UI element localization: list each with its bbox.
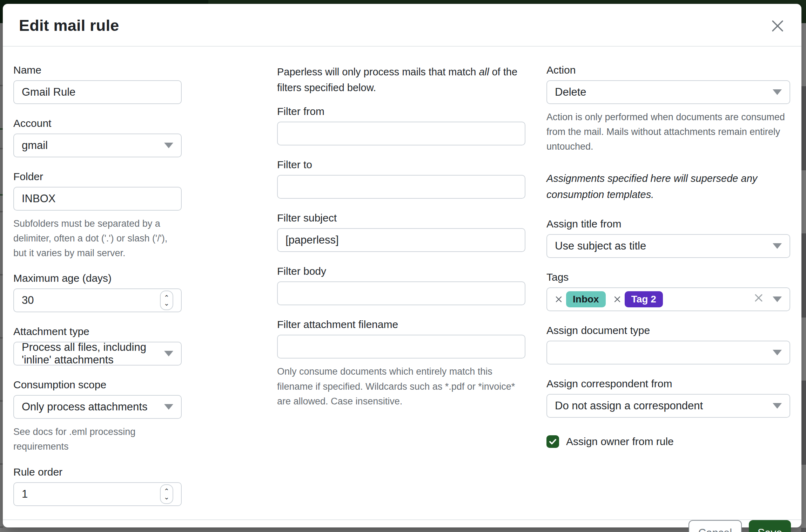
field-doc-type: Assign document type — [546, 325, 790, 364]
filter-to-input[interactable] — [277, 175, 525, 199]
filters-intro-text: Paperless will only process mails that m… — [277, 64, 525, 96]
backdrop-page-right-edge — [801, 23, 806, 532]
number-stepper-icon[interactable]: ⌃⌄ — [160, 291, 173, 310]
filter-from-input[interactable] — [277, 122, 525, 145]
filter-body-label: Filter body — [277, 265, 525, 277]
correspondent-selected-value: Do not assign a correspondent — [555, 400, 703, 412]
tags-label: Tags — [546, 271, 790, 283]
dialog-footer: Cancel Save — [3, 519, 801, 532]
chevron-down-icon — [773, 89, 782, 95]
filter-subject-label: Filter subject — [277, 212, 525, 224]
chevron-down-icon — [773, 243, 782, 249]
filter-filename-help-text: Only consume documents which entirely ma… — [277, 364, 525, 408]
account-selected-value: gmail — [22, 139, 48, 152]
doc-type-select[interactable] — [546, 341, 790, 364]
save-button[interactable]: Save — [749, 520, 791, 532]
assign-title-select[interactable]: Use subject as title — [546, 234, 790, 258]
action-label: Action — [546, 64, 790, 76]
attachment-type-select[interactable]: Process all files, including 'inline' at… — [13, 342, 182, 366]
filter-filename-label: Filter attachment filename — [277, 319, 525, 330]
consumption-scope-selected-value: Only process attachments — [22, 401, 147, 413]
edit-mail-rule-dialog: Edit mail rule Name Account gmail Folder — [3, 4, 801, 527]
chevron-down-icon — [164, 143, 173, 148]
field-account: Account gmail — [13, 117, 182, 157]
filter-to-label: Filter to — [277, 159, 525, 171]
assignments-note: Assignments specified here will supersed… — [546, 171, 790, 202]
field-action: Action Delete Action is only performed w… — [546, 64, 790, 154]
field-filter-body: Filter body — [277, 265, 525, 305]
account-select[interactable]: gmail — [13, 134, 182, 157]
column-general: Name Account gmail Folder Subfolders mus… — [13, 64, 182, 519]
consumption-scope-select[interactable]: Only process attachments — [13, 395, 182, 419]
chevron-down-icon — [164, 404, 173, 410]
field-attachment-type: Attachment type Process all files, inclu… — [13, 326, 182, 366]
filter-filename-input[interactable] — [277, 335, 525, 359]
consumption-scope-label: Consumption scope — [13, 379, 182, 391]
attachment-type-label: Attachment type — [13, 326, 182, 337]
name-input[interactable] — [13, 80, 182, 104]
filter-body-input[interactable] — [277, 281, 525, 305]
tags-multiselect[interactable]: Inbox Tag 2 — [546, 287, 790, 311]
correspondent-label: Assign correspondent from — [546, 378, 790, 390]
max-age-label: Maximum age (days) — [13, 272, 182, 284]
column-filters: Paperless will only process mails that m… — [277, 64, 525, 421]
field-filter-filename: Filter attachment filename Only consume … — [277, 319, 525, 408]
folder-label: Folder — [13, 171, 182, 183]
attachment-type-selected-value: Process all files, including 'inline' at… — [22, 341, 164, 366]
tag-badge-inbox: Inbox — [566, 291, 606, 307]
assign-owner-label: Assign owner from rule — [566, 436, 674, 448]
name-label: Name — [13, 64, 182, 76]
field-folder: Folder Subfolders must be separated by a… — [13, 171, 182, 260]
field-correspondent: Assign correspondent from Do not assign … — [546, 378, 790, 418]
remove-tag-icon[interactable] — [555, 295, 563, 303]
assign-owner-checkbox-row[interactable]: Assign owner from rule — [546, 435, 790, 448]
dialog-title: Edit mail rule — [19, 16, 785, 35]
field-name: Name — [13, 64, 182, 104]
clear-tags-icon[interactable] — [754, 293, 764, 306]
field-filter-from: Filter from — [277, 105, 525, 145]
remove-tag-icon[interactable] — [613, 295, 621, 303]
dialog-body: Name Account gmail Folder Subfolders mus… — [3, 47, 801, 519]
action-help-text: Action is only performed when documents … — [546, 110, 790, 154]
correspondent-select[interactable]: Do not assign a correspondent — [546, 394, 790, 418]
rule-order-label: Rule order — [13, 466, 182, 478]
max-age-value: 30 — [22, 294, 34, 307]
cancel-button[interactable]: Cancel — [689, 520, 742, 532]
close-button[interactable] — [770, 19, 785, 34]
account-label: Account — [13, 117, 182, 129]
rule-order-input[interactable]: 1 ⌃⌄ — [13, 482, 182, 506]
rule-order-value: 1 — [22, 488, 28, 500]
chevron-down-icon — [773, 403, 782, 409]
field-consumption-scope: Consumption scope Only process attachmen… — [13, 379, 182, 454]
folder-input[interactable] — [13, 187, 182, 211]
assign-title-selected-value: Use subject as title — [555, 240, 646, 252]
dialog-header: Edit mail rule — [3, 4, 801, 47]
chevron-down-icon — [164, 351, 173, 356]
intro-emphasis: all — [479, 66, 489, 77]
checkbox-checked-icon[interactable] — [546, 435, 559, 448]
chevron-down-icon — [773, 350, 782, 355]
close-icon — [771, 19, 785, 34]
column-actions: Action Delete Action is only performed w… — [546, 64, 790, 448]
assign-title-label: Assign title from — [546, 218, 790, 230]
field-assign-title: Assign title from Use subject as title — [546, 218, 790, 258]
number-stepper-icon[interactable]: ⌃⌄ — [160, 484, 173, 504]
filter-from-label: Filter from — [277, 105, 525, 117]
consumption-scope-help-text: See docs for .eml processing requirement… — [13, 424, 182, 454]
field-rule-order: Rule order 1 ⌃⌄ — [13, 466, 182, 506]
action-selected-value: Delete — [555, 86, 586, 98]
field-filter-to: Filter to — [277, 159, 525, 199]
field-max-age: Maximum age (days) 30 ⌃⌄ — [13, 272, 182, 312]
folder-help-text: Subfolders must be separated by a delimi… — [13, 216, 182, 260]
field-tags: Tags Inbox Tag 2 — [546, 271, 790, 311]
tag-badge-tag2: Tag 2 — [625, 291, 663, 307]
doc-type-label: Assign document type — [546, 325, 790, 336]
filter-subject-input[interactable] — [277, 228, 525, 252]
field-filter-subject: Filter subject — [277, 212, 525, 252]
max-age-input[interactable]: 30 ⌃⌄ — [13, 288, 182, 312]
chevron-down-icon — [773, 296, 782, 302]
action-select[interactable]: Delete — [546, 80, 790, 104]
